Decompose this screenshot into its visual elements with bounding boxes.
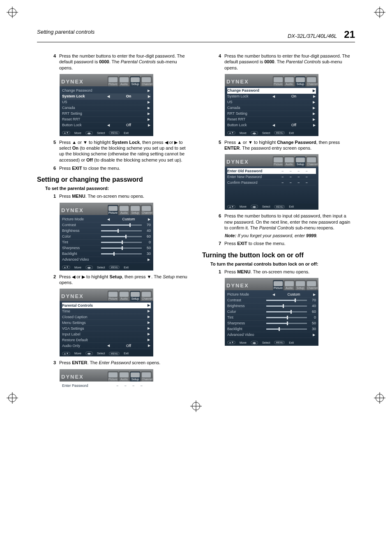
osd-row: Advanced Video▶	[227, 332, 316, 338]
header-model: DX-32L/37L/40L/46L	[288, 33, 337, 39]
step-1: 1 Press MENU. The on-screen menu opens.	[49, 193, 190, 199]
osd-row: Closed Caption▶	[62, 314, 151, 320]
osd-row: Contrast70	[62, 222, 151, 228]
osd-row-selected: Parental Controls▶	[62, 303, 151, 308]
osd-row: Restore Default▶	[62, 337, 151, 343]
step-text: Press MENU. The on-screen menu opens.	[224, 269, 355, 275]
tab-audio: Audio	[284, 156, 295, 166]
osd-row: Canada▶	[62, 105, 151, 111]
step-text: Press the number buttons to input old pa…	[224, 213, 355, 231]
osd-row-selected: Change Password▶	[227, 88, 316, 94]
tab-setup: Setup	[295, 280, 306, 290]
tab-picture: Picture	[108, 291, 118, 301]
step-number: 2	[49, 274, 56, 286]
tab-setup: Setup	[130, 205, 141, 215]
osd-footer: ▲▼Move ◀▶Select MENUExit	[60, 264, 153, 271]
osd-row: Button Lock◀Off▶	[62, 123, 151, 128]
tab-setup: Setup	[295, 156, 306, 166]
step-number: 3	[49, 360, 56, 365]
osd-parental-controls: DYNEX Picture Audio Setup Channel Change…	[60, 74, 153, 136]
tab-picture: Picture	[273, 156, 284, 166]
osd-row: Reset RRT▶	[227, 117, 316, 123]
tab-setup: Setup	[295, 76, 306, 86]
osd-picture-menu: DYNEX Picture Audio Setup Channel Pictur…	[225, 278, 318, 346]
registration-mark	[376, 8, 384, 16]
registration-mark	[8, 394, 16, 402]
tab-channel: Channel	[141, 291, 152, 301]
step-7: 7 Press EXIT to close the menu.	[214, 240, 355, 246]
osd-row: Reset RRT▶	[62, 117, 151, 123]
step-6: 6 Press the number buttons to input old …	[214, 213, 355, 231]
osd-row: Contrast70	[227, 298, 316, 303]
step-text: Press ENTER. The Enter Password screen o…	[59, 360, 190, 365]
osd-setup-menu: DYNEX Picture Audio Setup Channel Parent…	[60, 289, 153, 356]
step-text: Press ▲ or ▼ to highlight System Lock, t…	[59, 139, 190, 163]
two-column-layout: 4 Press the number buttons to enter the …	[37, 51, 355, 394]
tab-channel: Channel	[306, 76, 317, 86]
osd-row: Sharpness50	[62, 245, 151, 251]
page-header: Setting parental controls DX-32L/37L/40L…	[37, 29, 355, 42]
procedure-subhead: To turn the parental controls button loc…	[210, 261, 355, 266]
osd-row: Backlight30	[227, 326, 316, 332]
step-number: 6	[49, 165, 56, 171]
osd-row: Color60	[227, 309, 316, 315]
tab-channel: Channel	[306, 280, 317, 290]
step-4: 4 Press the number buttons to enter the …	[214, 53, 355, 71]
tab-setup: Setup	[130, 76, 141, 86]
tab-audio: Audio	[119, 76, 129, 86]
osd-row: Canada▶	[227, 105, 316, 111]
osd-row: Enter New Password– – – –	[227, 174, 316, 180]
step-5: 5 Press ▲ or ▼ to highlight Change Passw…	[214, 139, 355, 151]
tab-audio: Audio	[284, 280, 295, 290]
osd-row: Color60	[62, 234, 151, 240]
tab-channel: Channel	[141, 76, 152, 86]
tab-picture: Picture	[108, 205, 118, 215]
step-2: 2 Press ◀ or ▶ to highlight Setup, then …	[49, 274, 190, 286]
step-text: Press the number buttons to enter the fo…	[59, 53, 190, 71]
step-4: 4 Press the number buttons to enter the …	[49, 53, 190, 71]
osd-row: Brightness40	[62, 228, 151, 234]
osd-brand: DYNEX	[61, 374, 84, 382]
tab-picture: Picture	[273, 76, 284, 86]
osd-footer: ▲▼Move ◀▶Select MENUExit	[225, 130, 318, 136]
left-column: 4 Press the number buttons to enter the …	[37, 51, 190, 394]
tab-channel: Channel	[141, 371, 152, 382]
osd-footer: ▲▼Move ◀▶Select MENUExit	[60, 350, 153, 356]
osd-row: Backlight30	[62, 251, 151, 257]
tab-audio: Audio	[119, 371, 129, 382]
right-column: 4 Press the number buttons to enter the …	[202, 51, 355, 394]
registration-mark	[376, 394, 384, 402]
tab-setup: Setup	[130, 291, 141, 301]
osd-row: Time▶	[62, 308, 151, 314]
page-number: 21	[344, 29, 355, 40]
osd-brand: DYNEX	[226, 79, 249, 86]
osd-row: Menu Settings▶	[62, 320, 151, 326]
step-number: 7	[214, 240, 221, 246]
osd-row: US▶	[62, 99, 151, 105]
tab-audio: Audio	[284, 76, 295, 86]
step-number: 1	[49, 193, 56, 199]
osd-brand: DYNEX	[226, 282, 249, 290]
osd-row: RRT Setting▶	[227, 111, 316, 117]
osd-row: Confirm Password– – – –	[227, 180, 316, 185]
osd-row: Advanced Video▶	[62, 257, 151, 263]
tab-audio: Audio	[119, 291, 129, 301]
step-number: 4	[214, 53, 221, 71]
step-5: 5 Press ▲ or ▼ to highlight System Lock,…	[49, 139, 190, 163]
step-text: Press EXIT to close the menu.	[224, 240, 355, 246]
step-text: Press ▲ or ▼ to highlight Change Passwor…	[224, 139, 355, 151]
step-text: Press MENU. The on-screen menu opens.	[59, 193, 190, 199]
osd-row: Audio Only◀Off▶	[62, 343, 151, 349]
osd-brand: DYNEX	[61, 79, 84, 86]
registration-mark	[8, 8, 16, 16]
header-right: DX-32L/37L/40L/46L 21	[288, 29, 355, 40]
note: Note: If you forget your password, enter…	[225, 233, 355, 238]
osd-brand: DYNEX	[61, 293, 84, 301]
osd-row: VGA Settings▶	[62, 326, 151, 331]
tab-picture: Picture	[273, 280, 284, 290]
osd-brand: DYNEX	[226, 159, 249, 166]
osd-row: System Lock◀On▶	[227, 94, 316, 99]
osd-row: US▶	[227, 99, 316, 105]
step-text: Press the number buttons to enter the fo…	[224, 53, 355, 71]
tab-picture: Picture	[108, 371, 118, 382]
